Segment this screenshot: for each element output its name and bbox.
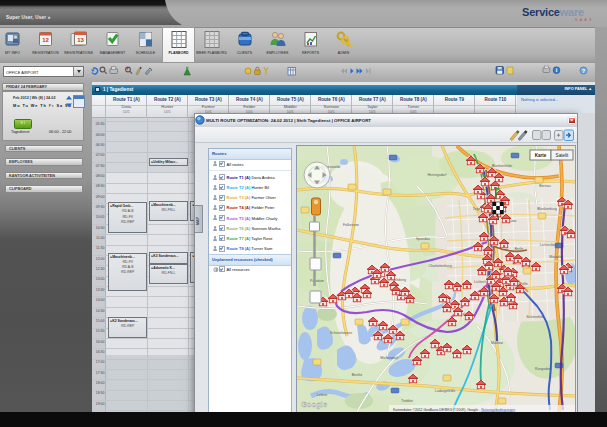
svg-text:Mahlow: Mahlow: [490, 341, 503, 345]
svg-text:Lichtenberg: Lichtenberg: [539, 243, 557, 247]
svg-text:Hennigsdorf: Hennigsdorf: [427, 173, 446, 177]
svg-text:Potsdam: Potsdam: [310, 279, 324, 283]
svg-text:13: 13: [77, 37, 84, 43]
svg-text:Kartendaten ©2012 GeoBasis-DE/: Kartendaten ©2012 GeoBasis-DE/BKG (©2009…: [393, 407, 515, 411]
svg-text:12: 12: [42, 37, 49, 43]
svg-text:Blankenfelde: Blankenfelde: [491, 164, 511, 168]
svg-text:Beelitz: Beelitz: [351, 373, 362, 377]
svg-text:Lehnin: Lehnin: [316, 393, 327, 397]
svg-text:Google: Google: [301, 400, 327, 409]
svg-text:Charlottenburg: Charlottenburg: [428, 264, 451, 268]
svg-text:Trebbin: Trebbin: [401, 399, 413, 403]
svg-text:Karte: Karte: [534, 153, 546, 158]
svg-text:Spandau: Spandau: [415, 237, 429, 241]
svg-text:Schwielowsee: Schwielowsee: [329, 331, 351, 335]
svg-text:Blankenburg: Blankenburg: [537, 207, 557, 211]
svg-text:Michendorf: Michendorf: [380, 356, 397, 360]
svg-text:Satelit: Satelit: [555, 153, 568, 158]
svg-text:Bernau: Bernau: [539, 184, 550, 188]
svg-text:Rangsdorf: Rangsdorf: [534, 367, 550, 371]
svg-text:Ludwigsfelde: Ludwigsfelde: [434, 389, 454, 393]
svg-text:Schönefeld: Schönefeld: [526, 315, 544, 319]
svg-text:Falkensee: Falkensee: [342, 223, 358, 227]
